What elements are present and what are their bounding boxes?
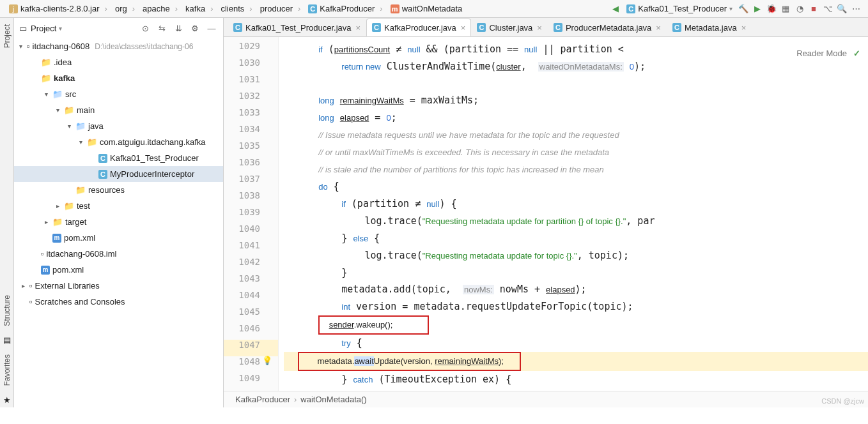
expand-arrow-icon[interactable]: ▾ (65, 123, 73, 130)
breadcrumb-item[interactable]: jkafka-clients-2.8.0.jar› (5, 4, 111, 13)
library-icon: ▫ (29, 297, 33, 307)
code-content[interactable]: if (partitionsCount ≠ null && (partition… (279, 37, 868, 391)
project-root-path: D:\idea\classes\itdachang-06 (95, 42, 193, 51)
line-number: 1040 (224, 223, 278, 240)
intention-bulb-icon[interactable]: 💡 (262, 356, 272, 365)
git-icon[interactable]: ⌥ (821, 2, 835, 16)
search-icon[interactable]: 🔍 (835, 2, 849, 16)
tree-node[interactable]: ▫itdachang-0608.iml (14, 246, 223, 262)
expand-icon[interactable]: ⇆ (155, 22, 168, 34)
tree-node[interactable]: ▸▫External Libraries (14, 278, 223, 294)
folder-icon: 📁 (41, 73, 51, 83)
project-tool-tab[interactable]: Project (1, 18, 13, 54)
class-icon: C (554, 23, 562, 32)
tree-node-label: java (88, 121, 104, 131)
tree-node[interactable]: 📁kafka (14, 70, 223, 86)
maven-icon: m (52, 234, 61, 243)
project-icon: ▭ (19, 24, 27, 33)
breadcrumb-label: kafka (185, 4, 205, 13)
favorites-tool-tab[interactable]: Favorites (1, 348, 13, 392)
expand-arrow-icon[interactable]: ▸ (19, 282, 27, 289)
stop-icon[interactable]: ■ (807, 2, 821, 16)
expand-arrow-icon[interactable]: ▾ (54, 107, 61, 114)
editor-tab[interactable]: CMetadata.java× (667, 19, 752, 36)
gear-icon[interactable]: ⚙ (189, 22, 201, 34)
close-icon[interactable]: × (741, 23, 747, 33)
tree-node[interactable]: mpom.xml (14, 262, 223, 278)
expand-arrow-icon[interactable]: ▸ (54, 202, 61, 209)
coverage-icon[interactable]: ▦ (779, 2, 793, 16)
editor-tab[interactable]: CCluster.java× (471, 19, 548, 36)
collapse-icon[interactable]: ⇊ (172, 22, 185, 34)
editor-tab[interactable]: CKafka01_Test_Producer.java× (228, 19, 366, 36)
expand-arrow-icon[interactable]: ▾ (17, 43, 24, 50)
editor-tab[interactable]: CProducerMetadata.java× (548, 19, 667, 36)
tree-node-label: src (65, 89, 76, 99)
hide-icon[interactable]: — (205, 22, 218, 34)
breadcrumb-footer[interactable]: KafkaProducer › waitOnMetadata() (224, 391, 868, 407)
chevron-right-icon: › (298, 4, 300, 13)
close-icon[interactable]: × (356, 23, 361, 33)
tree-node[interactable]: ▸📁target (14, 214, 223, 230)
line-number: 1045 (224, 307, 278, 323)
breadcrumb-item[interactable]: clients› (217, 4, 256, 13)
expand-arrow-icon[interactable]: ▾ (77, 139, 84, 146)
folder-icon: 📁 (52, 217, 63, 227)
tree-node-label: com.atguigu.itdachang.kafka (100, 137, 206, 147)
line-number: 1034 (224, 124, 278, 140)
tree-node[interactable]: ▫Scratches and Consoles (14, 294, 223, 310)
project-root[interactable]: ▾ ▫ itdachang-0608 D:\idea\classes\itdac… (14, 38, 223, 54)
close-icon[interactable]: × (461, 23, 466, 33)
tree-node[interactable]: mpom.xml (14, 230, 223, 246)
tree-node[interactable]: ▾📁com.atguigu.itdachang.kafka (14, 134, 223, 150)
star-icon: ★ (2, 395, 12, 405)
breadcrumb-label: clients (221, 4, 244, 13)
tree-node[interactable]: 📁.idea (14, 54, 223, 70)
left-tool-strip: Project Structure ▤ Favorites ★ (0, 18, 14, 407)
reader-mode-toggle[interactable]: Reader Mode ✓ (796, 49, 860, 58)
folder-icon: 📁 (52, 89, 63, 99)
breadcrumb-item[interactable]: apache› (139, 4, 182, 13)
tree-node[interactable]: CMyProducerInterceptor (14, 166, 223, 182)
expand-arrow-icon[interactable]: ▸ (42, 218, 50, 225)
breadcrumb-item[interactable]: producer› (256, 4, 305, 13)
code-area[interactable]: 💡 10291030103110321033103410351036103710… (224, 37, 868, 391)
folder-icon: 📁 (64, 201, 74, 211)
close-icon[interactable]: × (656, 23, 661, 33)
class-icon: C (626, 4, 635, 13)
tree-node-label: test (77, 201, 90, 211)
folder-icon: 📁 (87, 137, 97, 147)
breadcrumb-item[interactable]: org› (111, 4, 139, 13)
project-tree[interactable]: ▾ ▫ itdachang-0608 D:\idea\classes\itdac… (14, 38, 223, 407)
tree-node-label: main (77, 105, 95, 115)
breadcrumb-item[interactable]: CKafkaProducer› (304, 4, 386, 13)
debug-icon[interactable]: 🐞 (764, 2, 779, 16)
profile-icon[interactable]: ◔ (793, 2, 807, 16)
chevron-down-icon[interactable]: ▾ (59, 25, 62, 32)
expand-arrow-icon[interactable]: ▾ (42, 91, 50, 98)
structure-tool-tab[interactable]: Structure (1, 289, 13, 333)
run-icon[interactable]: ▶ (750, 2, 764, 16)
more-icon[interactable]: ⋯ (849, 2, 863, 16)
line-number: 1036 (224, 157, 278, 174)
build-icon[interactable]: 🔨 (736, 2, 750, 16)
class-icon: C (308, 4, 317, 13)
close-icon[interactable]: × (537, 23, 542, 33)
tree-node[interactable]: ▾📁src (14, 86, 223, 102)
tree-node[interactable]: ▾📁java (14, 118, 223, 134)
editor-tab[interactable]: CKafkaProducer.java× (366, 19, 471, 36)
breadcrumb-item[interactable]: kafka› (182, 4, 217, 13)
tree-node[interactable]: CKafka01_Test_Producer (14, 150, 223, 166)
run-config-selector[interactable]: C Kafka01_Test_Producer ▾ (623, 4, 736, 13)
line-number: 1046 (224, 323, 278, 340)
locate-icon[interactable]: ⊙ (139, 22, 151, 34)
tree-node-label: pom.xml (52, 265, 84, 275)
chevron-right-icon: › (132, 4, 135, 13)
tree-node[interactable]: ▸📁test (14, 198, 223, 214)
back-icon[interactable]: ◀ (608, 2, 623, 16)
tree-node[interactable]: ▾📁main (14, 102, 223, 118)
breadcrumb-item[interactable]: mwaitOnMetadata (387, 4, 467, 13)
breadcrumb-label: producer (260, 4, 293, 13)
tree-node[interactable]: 📁resources (14, 182, 223, 198)
tree-node-label: kafka (54, 73, 75, 83)
